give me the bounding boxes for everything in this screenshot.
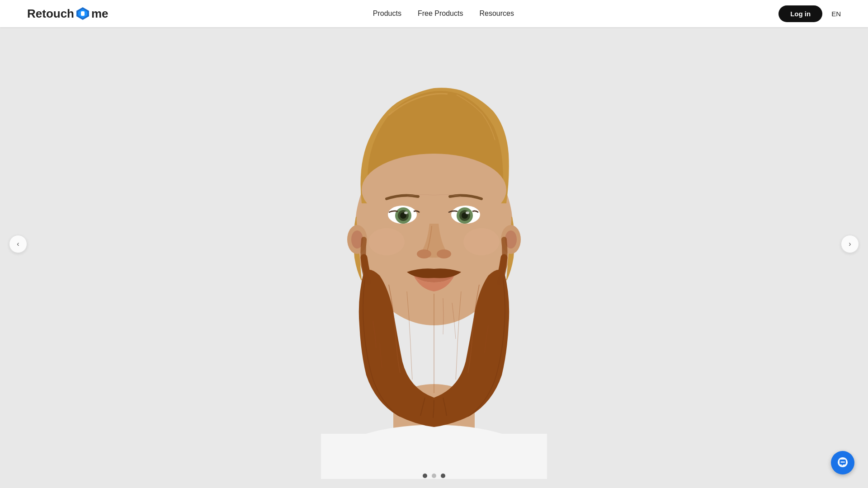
login-button[interactable]: Log in <box>778 5 822 22</box>
logo-area: Retouch me <box>27 6 108 21</box>
svg-rect-7 <box>321 434 547 479</box>
svg-point-27 <box>463 228 500 255</box>
svg-point-24 <box>417 249 431 258</box>
svg-point-31 <box>844 461 845 463</box>
svg-point-29 <box>841 461 842 463</box>
nav-link-free-products[interactable]: Free Products <box>418 9 463 18</box>
svg-point-26 <box>368 228 405 255</box>
carousel-next-button[interactable]: › <box>841 235 859 253</box>
language-selector[interactable]: EN <box>831 10 841 18</box>
svg-point-23 <box>466 211 469 214</box>
logo-text-retouch: Retouch <box>27 7 74 21</box>
svg-point-18 <box>404 211 408 214</box>
chevron-right-icon: › <box>849 240 851 248</box>
carousel-dot-3[interactable] <box>441 474 445 478</box>
chat-button[interactable] <box>831 451 854 474</box>
hero-image <box>298 36 570 479</box>
hero-section: ‹ › <box>0 0 868 488</box>
chat-icon <box>836 456 849 469</box>
svg-point-25 <box>437 249 451 258</box>
navbar: Retouch me Products Free Products Resour… <box>0 0 868 27</box>
svg-point-30 <box>842 461 844 463</box>
carousel-dot-2[interactable] <box>432 474 436 478</box>
logo-icon <box>75 6 90 21</box>
nav-links: Products Free Products Resources <box>373 9 514 18</box>
carousel-prev-button[interactable]: ‹ <box>9 235 27 253</box>
logo-text-me: me <box>91 7 108 21</box>
svg-point-13 <box>362 154 506 226</box>
nav-link-resources[interactable]: Resources <box>479 9 514 18</box>
nav-link-products[interactable]: Products <box>373 9 401 18</box>
navbar-right: Log in EN <box>778 5 841 22</box>
carousel-dots <box>423 474 445 478</box>
svg-rect-2 <box>81 11 85 16</box>
portrait-svg <box>298 36 570 479</box>
carousel-dot-1[interactable] <box>423 474 427 478</box>
chevron-left-icon: ‹ <box>17 240 19 248</box>
logo[interactable]: Retouch me <box>27 6 108 21</box>
